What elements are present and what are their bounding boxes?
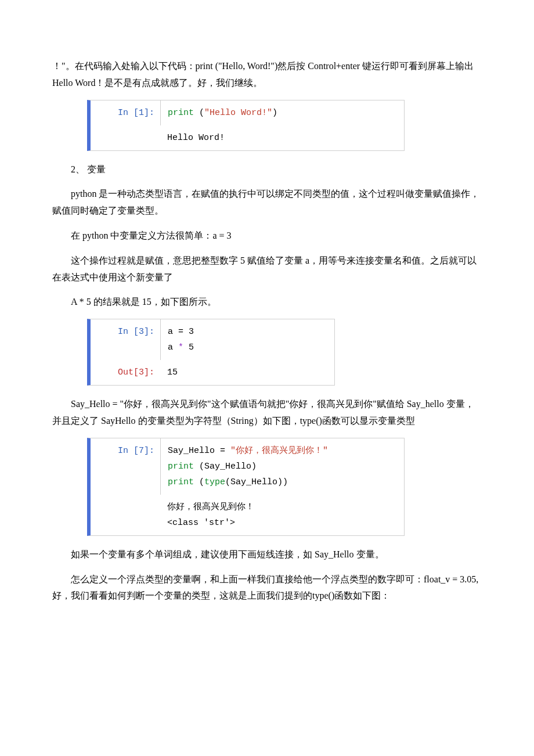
paragraph: 在 python 中变量定义方法很简单：a = 3 bbox=[52, 228, 482, 244]
token-fn: type bbox=[204, 477, 225, 487]
code-cell-2: In [3]: a = 3 a * 5 Out[3]: 15 bbox=[87, 319, 335, 386]
section-heading: 2、 变量 bbox=[52, 161, 482, 178]
document-page: ！"。在代码输入处输入以下代码：print ("Hello, Word!")然后… bbox=[0, 0, 534, 647]
token-string: "Hello Word!" bbox=[204, 108, 272, 118]
token-fn: print bbox=[168, 108, 194, 118]
code-cell-1: In [1]: print ("Hello Word!") Hello Word… bbox=[87, 100, 405, 151]
paragraph-intro: ！"。在代码输入处输入以下代码：print ("Hello, Word!")然后… bbox=[52, 58, 482, 92]
empty-prompt bbox=[91, 125, 160, 135]
output-area: Hello Word! bbox=[160, 125, 404, 150]
code-text: 5 bbox=[183, 343, 194, 352]
code-input-row: In [3]: a = 3 a * 5 bbox=[91, 319, 334, 360]
code-text: Say_Hello = bbox=[168, 446, 230, 456]
paragraph: 怎么定义一个浮点类型的变量啊，和上面一样我们直接给他一个浮点类型的数字即可：fl… bbox=[52, 571, 482, 605]
paragraph: 如果一个变量有多个单词组成，建议使用下画短线连接，如 Say_Hello 变量。 bbox=[52, 546, 482, 563]
paragraph: 这个操作过程就是赋值，意思把整型数字 5 赋值给了变量 a，用等号来连接变量名和… bbox=[52, 253, 482, 286]
code-text: ( bbox=[194, 477, 204, 487]
token-paren: ( bbox=[194, 108, 204, 118]
code-area: print ("Hello Word!") bbox=[160, 100, 404, 125]
paragraph: A * 5 的结果就是 15，如下图所示。 bbox=[52, 294, 482, 311]
code-text: (Say_Hello)) bbox=[225, 477, 288, 487]
code-cell-3: In [7]: Say_Hello = "你好，很高兴见到你！" print (… bbox=[87, 438, 405, 536]
code-input-row: In [1]: print ("Hello Word!") bbox=[91, 100, 404, 125]
in-prompt: In [1]: bbox=[91, 100, 160, 125]
paragraph: Say_Hello = "你好，很高兴见到你"这个赋值语句就把"你好，很高兴见到… bbox=[52, 396, 482, 430]
output-line: 你好，很高兴见到你！ bbox=[167, 502, 254, 512]
code-output-row: Out[3]: 15 bbox=[91, 360, 334, 385]
out-prompt: Out[3]: bbox=[91, 360, 160, 385]
output-line: <class 'str'> bbox=[167, 518, 235, 528]
code-area: a = 3 a * 5 bbox=[160, 319, 334, 360]
output-area: 你好，很高兴见到你！ <class 'str'> bbox=[160, 495, 404, 535]
in-prompt: In [7]: bbox=[91, 438, 160, 463]
in-prompt: In [3]: bbox=[91, 319, 160, 344]
code-area: Say_Hello = "你好，很高兴见到你！" print (Say_Hell… bbox=[160, 438, 404, 495]
code-text: a bbox=[168, 343, 178, 352]
token-op: * bbox=[178, 343, 183, 352]
code-output-row: Hello Word! bbox=[91, 125, 404, 150]
token-string: "你好，很高兴见到你！" bbox=[230, 446, 328, 456]
output-area: 15 bbox=[160, 360, 334, 385]
paragraph: python 是一种动态类型语言，在赋值的执行中可以绑定不同类型的值，这个过程叫… bbox=[52, 186, 482, 219]
token-fn: print bbox=[168, 462, 194, 471]
code-text: (Say_Hello) bbox=[194, 462, 257, 471]
code-line: a = 3 bbox=[168, 327, 194, 337]
code-output-row: 你好，很高兴见到你！ <class 'str'> bbox=[91, 495, 404, 535]
token-paren: ) bbox=[272, 108, 277, 118]
code-input-row: In [7]: Say_Hello = "你好，很高兴见到你！" print (… bbox=[91, 438, 404, 495]
token-fn: print bbox=[168, 477, 194, 487]
empty-prompt bbox=[91, 495, 160, 504]
